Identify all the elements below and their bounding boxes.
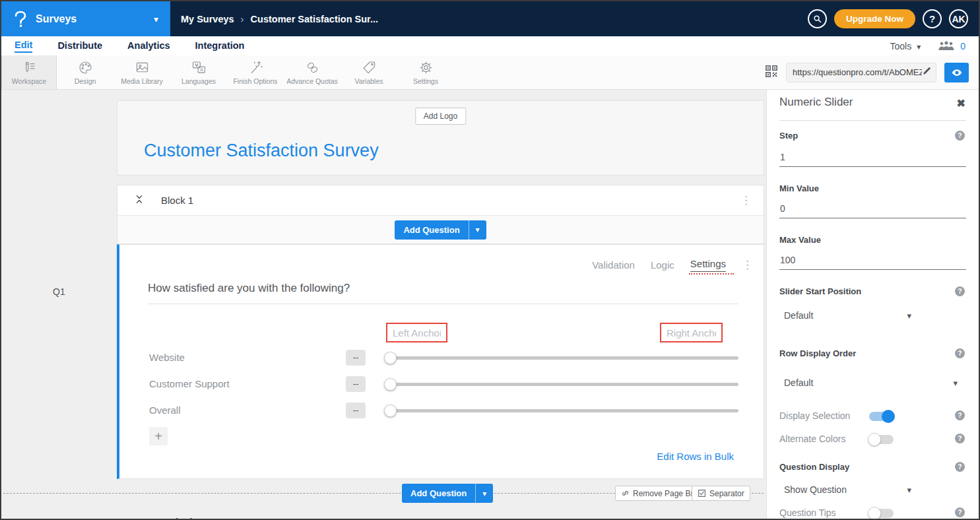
row-display-order-select[interactable]: Default — [779, 375, 958, 391]
collapse-block-icon[interactable] — [135, 193, 144, 208]
question-tips-label: Question Tips — [779, 507, 836, 518]
qr-code-icon[interactable] — [765, 65, 778, 81]
remove-page-break-icon — [621, 489, 630, 498]
left-anchor-input[interactable] — [387, 324, 446, 341]
separator-checkbox-icon — [698, 489, 706, 498]
display-selection-help-icon[interactable] — [955, 410, 965, 420]
alternate-colors-toggle[interactable] — [869, 435, 894, 444]
slider-start-help-icon[interactable] — [955, 286, 965, 296]
toolbar-item-media-library[interactable]: Media Library — [114, 55, 170, 89]
caret-down-icon[interactable] — [917, 40, 921, 52]
tab-analytics[interactable]: Analytics — [127, 40, 170, 52]
slider-handle[interactable] — [384, 352, 397, 364]
preview-button[interactable] — [944, 63, 969, 82]
edit-rows-in-bulk-link[interactable]: Edit Rows in Bulk — [657, 451, 734, 462]
question-tab-validation[interactable]: Validation — [592, 259, 635, 271]
app-window: Surveys My Surveys Customer Satisfaction… — [0, 0, 980, 520]
question-text-input[interactable]: How satisfied are you with the following… — [148, 282, 738, 304]
avatar[interactable]: AK — [949, 9, 968, 28]
slider-track[interactable] — [385, 356, 738, 360]
slider-track[interactable] — [385, 409, 738, 412]
row-display-order-help-icon[interactable] — [955, 348, 965, 358]
editor-toolbar: Workspace Design Media Library A Languag… — [1, 55, 979, 90]
survey-title[interactable]: Customer Satisfaction Survey — [144, 141, 379, 161]
survey-url-input[interactable] — [793, 67, 922, 77]
right-anchor-input[interactable] — [661, 324, 721, 341]
block-header: Block 1 — [117, 185, 764, 216]
caret-down-icon — [907, 310, 911, 321]
block-name[interactable]: Block 1 — [161, 195, 193, 206]
toolbar-item-design[interactable]: Design — [57, 55, 114, 89]
matrix-row-overall: Overall -- — [119, 398, 764, 424]
caret-down-icon — [953, 377, 958, 388]
upgrade-now-button[interactable]: Upgrade Now — [834, 9, 915, 28]
caret-down-icon — [907, 484, 911, 495]
question-tips-help-icon[interactable] — [955, 507, 965, 517]
add-logo-button[interactable]: Add Logo — [415, 108, 466, 125]
question-tab-logic[interactable]: Logic — [651, 259, 674, 271]
design-palette-icon — [77, 59, 94, 76]
toolbar-item-variables[interactable]: Variables — [341, 55, 397, 89]
collaborator-count[interactable]: 0 — [960, 41, 965, 51]
tools-menu[interactable]: Tools — [890, 41, 911, 51]
slider-value-badge: -- — [346, 350, 366, 366]
help-button[interactable] — [923, 9, 942, 28]
step-help-icon[interactable] — [955, 131, 965, 141]
min-value-label: Min Value — [779, 183, 819, 193]
tab-edit[interactable]: Edit — [15, 40, 32, 53]
add-question-split-button[interactable]: Add Question — [395, 220, 486, 240]
add-question-caret-icon[interactable] — [475, 484, 493, 503]
tab-integration[interactable]: Integration — [195, 40, 245, 52]
edit-pencil-icon[interactable] — [922, 66, 932, 79]
toolbar-item-advance-quotas[interactable]: Advance Quotas — [284, 55, 341, 89]
slider-start-position-label: Slider Start Position — [779, 286, 861, 296]
alternate-colors-help-icon[interactable] — [955, 434, 965, 443]
question-display-help-icon[interactable] — [955, 462, 965, 472]
breadcrumb-root[interactable]: My Surveys — [181, 14, 234, 24]
caret-down-icon — [154, 13, 158, 25]
slider-start-position-select[interactable]: Default — [779, 308, 911, 323]
add-question-button[interactable]: Add Question — [402, 484, 475, 503]
step-label: Step — [779, 131, 798, 141]
product-switcher[interactable]: Surveys — [1, 1, 170, 36]
magic-wand-icon — [247, 59, 264, 76]
product-label: Surveys — [36, 13, 77, 25]
toolbar-item-workspace[interactable]: Workspace — [1, 55, 57, 89]
survey-url-box — [786, 63, 936, 82]
questionpro-logo-icon — [13, 11, 28, 28]
question-card: Validation Logic Settings How satisfied … — [117, 244, 764, 479]
question-display-select[interactable]: Show Question — [779, 482, 911, 498]
workspace-icon — [21, 59, 38, 76]
min-value-input[interactable] — [779, 203, 966, 218]
add-question-split-button-bottom[interactable]: Add Question — [402, 484, 493, 503]
display-selection-toggle[interactable] — [869, 412, 894, 421]
slider-value-badge: -- — [346, 403, 366, 418]
next-block-name: New Block 1 — [145, 516, 203, 519]
collaborators-icon[interactable] — [938, 40, 955, 51]
question-display-label: Question Display — [779, 462, 849, 472]
breadcrumb-chevron-icon — [241, 13, 244, 24]
toolbar-item-finish-options[interactable]: Finish Options — [227, 55, 284, 89]
breadcrumb: My Surveys Customer Satisfaction Sur... — [181, 13, 378, 24]
tab-distribute[interactable]: Distribute — [57, 40, 102, 52]
question-code: Q1 — [53, 286, 65, 297]
step-input[interactable] — [779, 152, 966, 167]
question-tips-toggle[interactable] — [869, 509, 894, 518]
slider-handle[interactable] — [384, 405, 397, 417]
languages-icon: A — [191, 59, 207, 76]
slider-handle[interactable] — [384, 378, 397, 391]
block-menu-kebab-icon[interactable] — [740, 195, 752, 206]
slider-track[interactable] — [385, 383, 738, 386]
max-value-input[interactable] — [779, 255, 966, 270]
search-button[interactable] — [808, 9, 827, 28]
add-question-button[interactable]: Add Question — [395, 220, 468, 240]
toolbar-item-settings[interactable]: Settings — [397, 55, 454, 89]
add-row-button[interactable] — [149, 427, 168, 445]
add-question-caret-icon[interactable] — [469, 220, 486, 240]
close-icon[interactable] — [957, 97, 965, 110]
separator-button[interactable]: Separator — [692, 486, 750, 501]
toolbar-item-languages[interactable]: A Languages — [170, 55, 227, 89]
question-menu-kebab-icon[interactable] — [742, 259, 753, 271]
media-library-icon — [134, 59, 150, 76]
question-tab-settings[interactable]: Settings — [690, 258, 726, 272]
